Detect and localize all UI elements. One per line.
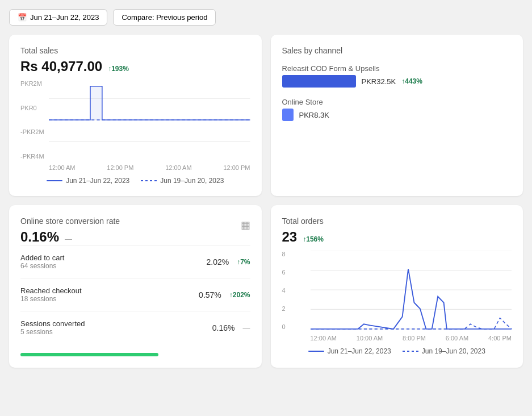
orders-legend-previous: Jun 19–Jun 20, 2023: [403, 347, 485, 355]
channel-bar-releasit: [282, 75, 356, 88]
legend-line-dashed: [141, 180, 157, 181]
conv-row-checkout: Reached checkout 18 sessions 0.57% ↑202%: [20, 278, 250, 311]
total-orders-chart: 8 6 4 2 0: [282, 251, 512, 342]
total-orders-value: 23: [282, 229, 298, 245]
conv-row-cart: Added to cart 64 sessions 2.02% ↑7%: [20, 245, 250, 278]
total-sales-badge: ↑193%: [108, 65, 129, 73]
calendar-icon: 📅: [18, 13, 27, 22]
conv-badge-checkout: ↑202%: [229, 291, 250, 299]
channel-row-releasit: Releasit COD Form & Upsells PKR32.5K ↑44…: [282, 64, 512, 88]
conv-label-checkout: Reached checkout 18 sessions: [20, 286, 82, 303]
conversion-badge: —: [65, 235, 72, 243]
compare-button[interactable]: Compare: Previous period: [113, 9, 216, 26]
conv-pct-cart: 2.02%: [206, 257, 229, 267]
top-bar: 📅 Jun 21–Jun 22, 2023 Compare: Previous …: [9, 9, 523, 26]
date-range-label: Jun 21–Jun 22, 2023: [30, 13, 99, 22]
orders-legend-solid: [308, 351, 324, 352]
conversion-value: 0.16%: [20, 229, 59, 245]
conversion-progress-bar: [20, 353, 158, 356]
legend-label-current: Jun 21–Jun 22, 2023: [66, 177, 129, 185]
channel-badge-releasit: ↑443%: [401, 77, 422, 85]
sales-by-channel-card: Sales by channel Releasit COD Form & Ups…: [271, 35, 523, 196]
compare-label: Compare: Previous period: [122, 13, 207, 22]
total-orders-x-labels: 12:00 AM 10:00 AM 8:00 PM 6:00 AM 4:00 P…: [311, 335, 512, 342]
chart-icon[interactable]: ▦: [241, 219, 250, 231]
total-orders-badge: ↑156%: [303, 235, 324, 243]
orders-legend-current: Jun 21–Jun 22, 2023: [308, 347, 391, 355]
conv-label-sessions: Sessions converted 5 sessions: [20, 319, 85, 336]
conversion-rows: Added to cart 64 sessions 2.02% ↑7% Reac…: [20, 245, 250, 344]
date-range-button[interactable]: 📅 Jun 21–Jun 22, 2023: [9, 9, 107, 26]
conv-badge-cart: ↑7%: [237, 258, 250, 266]
total-orders-legend: Jun 21–Jun 22, 2023 Jun 19–Jun 20, 2023: [282, 347, 512, 355]
channel-bar-row-online: PKR8.3K: [282, 109, 512, 121]
total-sales-chart: PKR2M PKR0 -PKR2M -PKR4M: [20, 80, 250, 171]
channel-name-online: Online Store: [282, 98, 512, 106]
orders-legend-label-previous: Jun 19–Jun 20, 2023: [422, 347, 485, 355]
sales-by-channel-title: Sales by channel: [282, 46, 512, 55]
channel-value-online: PKR8.3K: [299, 111, 329, 119]
total-sales-legend: Jun 21–Jun 22, 2023 Jun 19–Jun 20, 2023: [20, 177, 250, 185]
orders-legend-label-current: Jun 21–Jun 22, 2023: [328, 347, 391, 355]
channel-bar-online: [282, 109, 294, 121]
total-sales-svg: [49, 80, 250, 160]
conv-label-cart: Added to cart 64 sessions: [20, 253, 64, 270]
channel-name-releasit: Releasit COD Form & Upsells: [282, 64, 512, 73]
total-orders-title: Total orders: [282, 217, 512, 226]
conversion-title: Online store conversion rate: [20, 217, 120, 226]
conv-pct-checkout: 0.57%: [199, 290, 221, 299]
conv-row-sessions: Sessions converted 5 sessions 0.16% —: [20, 311, 250, 344]
channel-value-releasit: PKR32.5K: [362, 77, 396, 86]
total-sales-value: Rs 40,977.00: [20, 59, 102, 74]
legend-line-solid: [47, 180, 62, 181]
total-sales-y-labels: PKR2M PKR0 -PKR2M -PKR4M: [20, 80, 49, 160]
total-sales-x-labels: 12:00 AM 12:00 PM 12:00 AM 12:00 PM: [49, 164, 250, 171]
total-sales-title: Total sales: [20, 46, 250, 55]
conversion-rate-card: Online store conversion rate 0.16% — ▦ A…: [9, 205, 262, 368]
dashboard-grid: Total sales Rs 40,977.00 ↑193% PKR2M PKR…: [9, 35, 523, 368]
channel-bar-row-releasit: PKR32.5K ↑443%: [282, 75, 512, 88]
legend-label-previous: Jun 19–Jun 20, 2023: [160, 177, 224, 185]
total-orders-card: Total orders 23 ↑156% 8 6 4 2 0: [271, 205, 523, 368]
channel-row-online: Online Store PKR8.3K: [282, 98, 512, 121]
orders-legend-dashed: [403, 351, 418, 352]
legend-item-previous: Jun 19–Jun 20, 2023: [141, 177, 224, 185]
conv-badge-sessions: —: [243, 323, 250, 332]
total-sales-card: Total sales Rs 40,977.00 ↑193% PKR2M PKR…: [9, 35, 262, 196]
conv-pct-sessions: 0.16%: [212, 323, 235, 332]
legend-item-current: Jun 21–Jun 22, 2023: [47, 177, 129, 185]
total-orders-y-labels: 8 6 4 2 0: [282, 251, 311, 330]
total-orders-svg: [311, 251, 512, 330]
